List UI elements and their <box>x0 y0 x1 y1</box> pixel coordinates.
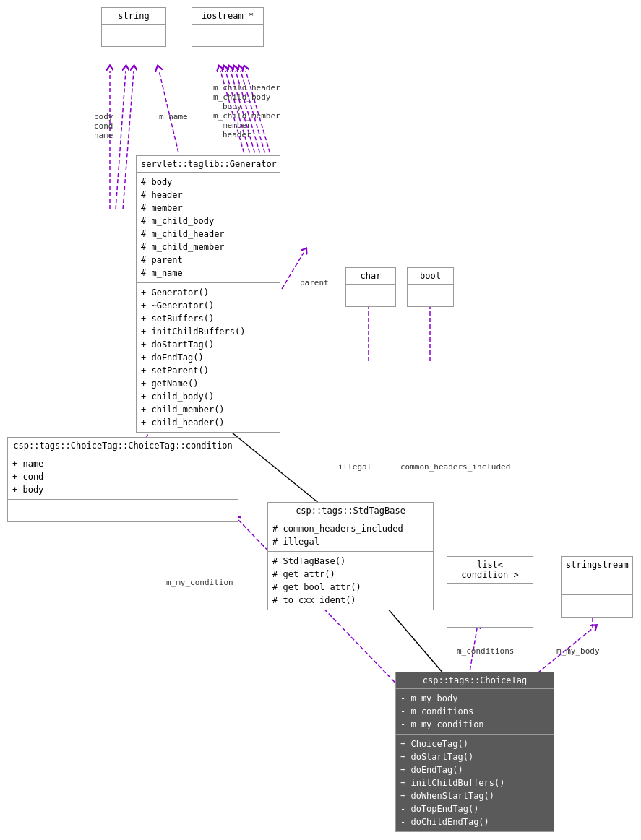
std-attr-illegal: # illegal <box>272 535 429 548</box>
method-initchildbuffers: + initChildBuffers() <box>141 325 275 338</box>
method-child-header: + child_header() <box>141 416 275 429</box>
label-body: body <box>94 112 113 121</box>
method-setparent: + setParent() <box>141 364 275 377</box>
generator-attributes: # body # header # member # m_child_body … <box>137 173 280 283</box>
label-header: header <box>223 130 251 139</box>
label-m-name: m_name <box>159 112 188 121</box>
label-m-child-member: m_child_member <box>213 111 280 121</box>
generator-box: servlet::taglib::Generator # body # head… <box>136 155 280 433</box>
string-box: string <box>101 7 166 47</box>
stdtagbase-attributes: # common_headers_included # illegal <box>268 519 433 552</box>
label-body2: body <box>223 102 242 111</box>
method-dostarttag: + doStartTag() <box>141 338 275 351</box>
std-method-get-attr: # get_attr() <box>272 568 429 581</box>
attr-parent: # parent <box>141 254 275 267</box>
stringstream-title: stringstream <box>562 557 632 573</box>
stringstream-body2 <box>562 595 632 617</box>
label-m-my-body: m_my_body <box>556 646 600 656</box>
bool-title: bool <box>408 268 453 285</box>
list-condition-title: list< condition > <box>447 557 533 584</box>
list-condition-body <box>447 584 533 605</box>
method-doendtag: + doEndTag() <box>141 351 275 364</box>
choicetag-attributes: - m_my_body - m_conditions - m_my_condit… <box>396 689 554 735</box>
string-title: string <box>102 8 165 25</box>
choice-condition-extra <box>8 500 238 521</box>
attr-header: # header <box>141 189 275 202</box>
attr-m-child-header: # m_child_header <box>141 228 275 241</box>
label-m-conditions: m_conditions <box>457 646 514 656</box>
generator-title: servlet::taglib::Generator <box>137 156 280 173</box>
iostream-title: iostream * <box>192 8 263 25</box>
bool-body <box>408 285 453 306</box>
char-body <box>346 285 395 306</box>
std-method-to-cxx: # to_cxx_ident() <box>272 594 429 607</box>
choicetag-title: csp::tags::ChoiceTag <box>396 672 554 689</box>
label-member: member <box>223 121 251 130</box>
stringstream-box: stringstream <box>561 556 633 618</box>
char-box: char <box>345 267 396 307</box>
attr-m-child-body: # m_child_body <box>141 215 275 228</box>
string-body <box>102 25 165 46</box>
label-illegal: illegal <box>338 462 371 472</box>
method-generator-dtor: + ~Generator() <box>141 299 275 312</box>
label-cond: cond <box>94 121 113 131</box>
svg-line-2 <box>116 71 126 209</box>
iostream-body <box>192 25 263 46</box>
iostream-box: iostream * <box>192 7 264 47</box>
label-m-my-condition: m_my_condition <box>166 578 233 587</box>
generator-methods: + Generator() + ~Generator() + setBuffer… <box>137 283 280 432</box>
label-m-child-body: m_child_body <box>213 92 270 102</box>
label-parent: parent <box>300 278 329 287</box>
ct-method-dochildend: - doChildEndTag() <box>400 815 549 828</box>
stringstream-body <box>562 573 632 595</box>
ct-attr-condition: - m_my_condition <box>400 718 549 731</box>
std-method-get-bool-attr: # get_bool_attr() <box>272 581 429 594</box>
ct-method-ctor: + ChoiceTag() <box>400 737 549 750</box>
attr-member: # member <box>141 202 275 215</box>
method-child-body: + child_body() <box>141 390 275 403</box>
choicetag-methods: + ChoiceTag() + doStartTag() + doEndTag(… <box>396 735 554 831</box>
attr-body: # body <box>141 176 275 189</box>
ct-method-dotopend: - doTopEndTag() <box>400 802 549 815</box>
choice-condition-box: csp::tags::ChoiceTag::ChoiceTag::conditi… <box>7 437 238 522</box>
ct-method-dostart: + doStartTag() <box>400 750 549 763</box>
label-name: name <box>94 131 113 140</box>
cc-attr-body: + body <box>12 483 233 496</box>
ct-method-dowhenstart: + doWhenStartTag() <box>400 789 549 802</box>
ct-attr-body: - m_my_body <box>400 692 549 705</box>
stdtagbase-title: csp::tags::StdTagBase <box>268 503 433 519</box>
choice-condition-attributes: + name + cond + body <box>8 454 238 500</box>
stdtagbase-box: csp::tags::StdTagBase # common_headers_i… <box>267 502 434 610</box>
std-method-ctor: # StdTagBase() <box>272 555 429 568</box>
ct-method-doend: + doEndTag() <box>400 763 549 776</box>
ct-attr-conditions: - m_conditions <box>400 705 549 718</box>
choicetag-box: csp::tags::ChoiceTag - m_my_body - m_con… <box>395 672 554 832</box>
stdtagbase-methods: # StdTagBase() # get_attr() # get_bool_a… <box>268 552 433 610</box>
list-condition-body2 <box>447 605 533 627</box>
svg-line-3 <box>123 71 134 209</box>
list-condition-box: list< condition > <box>447 556 533 628</box>
choice-condition-title: csp::tags::ChoiceTag::ChoiceTag::conditi… <box>8 438 238 454</box>
method-generator-ctor: + Generator() <box>141 286 275 299</box>
char-title: char <box>346 268 395 285</box>
bool-box: bool <box>407 267 454 307</box>
method-getname: + getName() <box>141 377 275 390</box>
attr-m-child-member: # m_child_member <box>141 241 275 254</box>
std-attr-common: # common_headers_included <box>272 522 429 535</box>
label-m-child-header: m_child_header <box>213 83 280 92</box>
method-child-member: + child_member() <box>141 403 275 416</box>
ct-method-initchild: + initChildBuffers() <box>400 776 549 789</box>
attr-m-name: # m_name <box>141 267 275 280</box>
cc-attr-name: + name <box>12 457 233 470</box>
method-setbuffers: + setBuffers() <box>141 312 275 325</box>
label-common-headers: common_headers_included <box>400 462 510 472</box>
cc-attr-cond: + cond <box>12 470 233 483</box>
